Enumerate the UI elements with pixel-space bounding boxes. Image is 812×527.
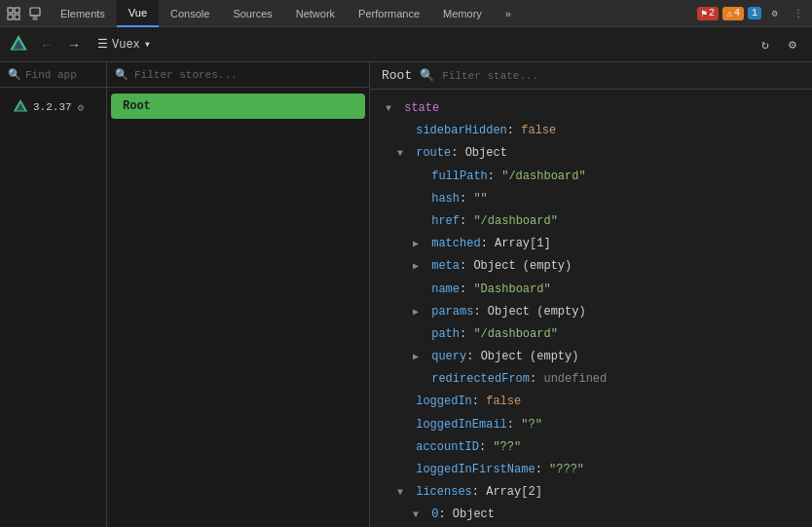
tab-performance[interactable]: Performance [347, 0, 431, 27]
find-app-search: 🔍 Find app [0, 62, 106, 88]
no-arrow [397, 440, 409, 456]
svg-rect-0 [8, 8, 13, 13]
state-line-redirected[interactable]: redirectedFrom: undefined [370, 368, 812, 391]
svg-rect-3 [15, 15, 19, 19]
state-line-path[interactable]: path: "/dashboard" [370, 323, 812, 346]
app-tree-item[interactable]: 3.2.37 ⚙ [4, 95, 102, 119]
inspect-icon[interactable] [4, 4, 23, 23]
no-arrow [413, 282, 424, 298]
licenses-arrow [397, 485, 409, 501]
tab-icon-group [4, 4, 45, 23]
no-arrow [413, 214, 424, 230]
no-arrow [413, 372, 424, 388]
state-line-href[interactable]: href: "/dashboard" [370, 210, 812, 233]
svg-rect-4 [30, 8, 40, 16]
vuex-chevron-icon: ▾ [144, 37, 151, 52]
state-line-accountid[interactable]: accountID: "??" [370, 436, 812, 459]
state-line-sidebarhidden[interactable]: sidebarHidden: false [370, 120, 812, 142]
devtools-tabbar: Elements Vue Console Sources Network Per… [0, 0, 812, 27]
tab-sources[interactable]: Sources [221, 0, 283, 27]
store-item-root[interactable]: Root [111, 94, 365, 119]
main-content: 🔍 Find app 3.2.37 ⚙ 🔍 Filter stores... R… [0, 62, 812, 527]
state-inspector-header: Root 🔍 Filter state... [370, 62, 812, 90]
filter-state-placeholder: Filter state... [442, 70, 538, 82]
stores-list: Root [107, 88, 369, 527]
error-count: 2 [709, 8, 715, 19]
matched-arrow [413, 237, 424, 252]
vue-settings-button[interactable]: ⚙ [781, 33, 804, 56]
error-icon: ⚑ [701, 8, 707, 19]
svg-rect-5 [33, 18, 37, 19]
filter-stores-placeholder: Filter stores... [134, 69, 238, 81]
stores-browser-panel: 🔍 Filter stores... Root [107, 62, 370, 527]
tab-elements[interactable]: Elements [49, 0, 117, 27]
no-arrow [397, 395, 409, 410]
state-line-route[interactable]: route: Object [370, 142, 812, 165]
state-section-arrow: ▼ [386, 101, 397, 117]
no-arrow [413, 327, 424, 343]
params-arrow [413, 305, 424, 320]
state-line-name[interactable]: name: "Dashboard" [370, 279, 812, 301]
key-route: route [416, 146, 451, 160]
filter-stores-search-icon: 🔍 [115, 68, 129, 81]
meta-arrow [413, 259, 424, 275]
no-arrow [413, 169, 424, 185]
state-line-matched[interactable]: matched: Array[1] [370, 233, 812, 255]
state-line-hash[interactable]: hash: "" [370, 188, 812, 210]
vue-instance-logo [12, 98, 29, 116]
settings-icon[interactable]: ⚙ [765, 4, 785, 23]
state-tree: ▼ state sidebarHidden: false route: Obje… [370, 90, 812, 527]
license-0-arrow [413, 508, 424, 523]
vuex-menu-button[interactable]: ☰ Vuex ▾ [90, 34, 159, 55]
more-icon[interactable]: ⋮ [789, 4, 808, 23]
tab-right-icons: ⚑ 2 ⚠ 4 1 ⚙ ⋮ [697, 4, 808, 23]
state-section-label: state [404, 101, 439, 115]
no-arrow [397, 124, 409, 139]
route-arrow [397, 146, 409, 162]
state-section-header[interactable]: ▼ state [370, 97, 812, 120]
error-badge: ⚑ 2 [697, 7, 719, 20]
app-settings-icon: ⚙ [78, 101, 85, 114]
device-icon[interactable] [25, 4, 45, 23]
filter-state-search-icon: 🔍 [420, 68, 434, 83]
state-line-loggedin[interactable]: loggedIn: false [370, 391, 812, 413]
toolbar-right-actions: ↻ ⚙ [754, 33, 804, 56]
query-arrow [413, 350, 424, 365]
vue-logo [8, 34, 29, 56]
tab-vue[interactable]: Vue [117, 0, 159, 27]
menu-icon: ☰ [97, 37, 108, 52]
state-line-loggedinfirstname[interactable]: loggedInFirstName: "???" [370, 459, 812, 481]
vuex-label: Vuex [112, 38, 140, 52]
vue-toolbar: ← → ☰ Vuex ▾ ↻ ⚙ [0, 27, 812, 62]
tab-memory[interactable]: Memory [431, 0, 494, 27]
find-app-placeholder: Find app [25, 69, 77, 81]
tab-network[interactable]: Network [284, 0, 347, 27]
no-arrow [397, 418, 409, 433]
warning-badge: ⚠ 4 [722, 7, 744, 20]
forward-button[interactable]: → [62, 33, 86, 56]
no-arrow [413, 192, 424, 207]
find-app-input-wrap[interactable]: 🔍 Find app [8, 68, 98, 81]
find-app-search-icon: 🔍 [8, 68, 21, 81]
state-line-loggedinemail[interactable]: loggedInEmail: "?" [370, 414, 812, 436]
stores-browser-header: 🔍 Filter stores... [107, 62, 369, 88]
state-line-fullpath[interactable]: fullPath: "/dashboard" [370, 166, 812, 188]
back-button[interactable]: ← [35, 33, 58, 56]
svg-rect-2 [8, 15, 13, 19]
app-tree: 3.2.37 ⚙ [0, 88, 106, 527]
no-arrow [397, 463, 409, 478]
state-line-license-0[interactable]: 0: Object [370, 504, 812, 526]
info-badge: 1 [748, 7, 761, 19]
svg-rect-1 [15, 8, 19, 13]
tab-console[interactable]: Console [159, 0, 221, 27]
root-label: Root [382, 68, 412, 83]
state-line-params[interactable]: params: Object (empty) [370, 301, 812, 323]
tab-more[interactable]: » [494, 0, 523, 27]
state-line-licenses[interactable]: licenses: Array[2] [370, 481, 812, 504]
state-line-query[interactable]: query: Object (empty) [370, 346, 812, 368]
state-inspector-panel: Root 🔍 Filter state... ▼ state sidebarHi… [370, 62, 812, 527]
refresh-button[interactable]: ↻ [754, 33, 777, 56]
app-finder-panel: 🔍 Find app 3.2.37 ⚙ [0, 62, 107, 527]
warning-icon: ⚠ [726, 8, 732, 19]
state-line-meta[interactable]: meta: Object (empty) [370, 255, 812, 278]
